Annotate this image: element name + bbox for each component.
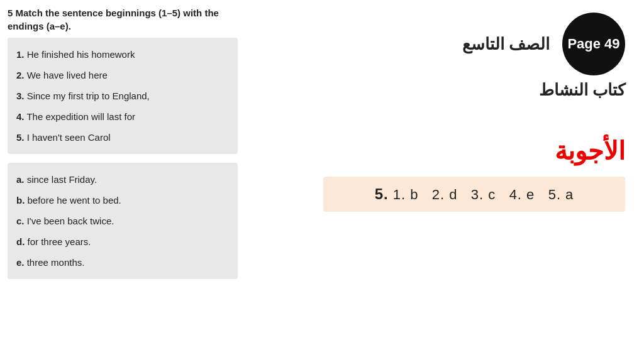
ending-text: for three years. bbox=[28, 236, 91, 247]
beginnings-box: 1. He finished his homework 2. We have l… bbox=[8, 38, 238, 154]
item-number: 2. bbox=[16, 70, 25, 80]
item-text: The expedition will last for bbox=[26, 111, 135, 122]
list-item: e. three months. bbox=[16, 252, 229, 273]
endings-box: a. since last Friday. b. before he went … bbox=[8, 163, 238, 279]
ending-text: before he went to bed. bbox=[28, 195, 121, 206]
item-number: 1. bbox=[16, 49, 25, 60]
list-item: b. before he went to bed. bbox=[16, 190, 229, 211]
list-item: 2. We have lived here bbox=[16, 65, 229, 85]
arabic-top-line: الصف التاسع Page 49 bbox=[462, 13, 625, 75]
ending-letter: e. bbox=[16, 257, 25, 268]
arabic-top-text: الصف التاسع bbox=[462, 35, 550, 54]
page-circle: Page 49 bbox=[562, 13, 625, 75]
ending-letter: c. bbox=[16, 216, 25, 226]
item-text: I haven't seen Carol bbox=[27, 132, 111, 143]
item-number: 3. bbox=[16, 90, 25, 101]
answers-section: الأجوبة 5. 1. b 2. d 3. c 4. e 5. a bbox=[264, 136, 625, 212]
item-number: 4. bbox=[16, 111, 25, 122]
arabic-bottom-text: كتاب النشاط bbox=[539, 80, 625, 100]
answers-box: 5. 1. b 2. d 3. c 4. e 5. a bbox=[323, 177, 625, 212]
answers-title: الأجوبة bbox=[555, 136, 625, 165]
item-text: We have lived here bbox=[27, 70, 108, 80]
question-header: 5 Match the sentence beginnings (1–5) wi… bbox=[8, 6, 238, 33]
right-panel: الصف التاسع Page 49 كتاب النشاط الأجوبة … bbox=[245, 0, 644, 362]
list-item: 1. He finished his homework bbox=[16, 44, 229, 65]
ending-letter: b. bbox=[16, 195, 25, 206]
list-item: a. since last Friday. bbox=[16, 169, 229, 190]
question-text: Match the sentence beginnings (1–5) with… bbox=[8, 8, 219, 31]
list-item: d. for three years. bbox=[16, 231, 229, 252]
arabic-header: الصف التاسع Page 49 كتاب النشاط bbox=[264, 13, 625, 105]
question-number: 5 bbox=[8, 8, 13, 18]
ending-text: since last Friday. bbox=[27, 174, 97, 185]
ending-text: three months. bbox=[27, 257, 85, 268]
answers-content: 1. b 2. d 3. c 4. e 5. a bbox=[393, 187, 574, 202]
page-circle-label: Page 49 bbox=[567, 36, 619, 52]
item-number: 5. bbox=[16, 132, 25, 143]
ending-letter: d. bbox=[16, 236, 25, 247]
list-item: 5. I haven't seen Carol bbox=[16, 127, 229, 148]
ending-text: I've been back twice. bbox=[27, 216, 114, 226]
left-panel: 5 Match the sentence beginnings (1–5) wi… bbox=[0, 0, 245, 362]
list-item: 4. The expedition will last for bbox=[16, 106, 229, 127]
item-text: Since my first trip to England, bbox=[27, 90, 150, 101]
arabic-bottom-line: كتاب النشاط bbox=[539, 80, 625, 100]
list-item: 3. Since my first trip to England, bbox=[16, 85, 229, 106]
ending-letter: a. bbox=[16, 174, 25, 185]
list-item: c. I've been back twice. bbox=[16, 211, 229, 231]
answers-question-num: 5. bbox=[375, 185, 389, 202]
item-text: He finished his homework bbox=[27, 49, 135, 60]
